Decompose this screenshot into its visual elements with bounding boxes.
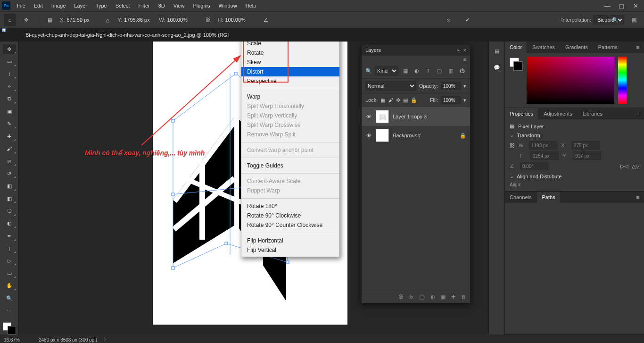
reference-point-icon[interactable]: ▦ bbox=[44, 14, 56, 26]
cancel-transform-icon[interactable]: ⦸ bbox=[442, 14, 454, 26]
workspace-icon[interactable]: ▥ bbox=[628, 14, 640, 26]
menu-3d[interactable]: 3D bbox=[155, 1, 169, 10]
crop-tool[interactable]: ⧉ bbox=[3, 94, 16, 104]
dodge-tool[interactable]: ◐ bbox=[3, 219, 16, 228]
lock-paint-icon[interactable]: 🖌 bbox=[388, 97, 393, 103]
filter-pixel-icon[interactable]: ▦ bbox=[401, 67, 410, 75]
menu-edit[interactable]: Edit bbox=[30, 1, 47, 10]
history-brush-tool[interactable]: ↺ bbox=[3, 169, 16, 178]
lasso-tool[interactable]: ⌇ bbox=[3, 69, 16, 79]
transform-handle[interactable] bbox=[234, 72, 238, 75]
visibility-icon[interactable]: 👁 bbox=[365, 114, 372, 119]
ctx-perspective[interactable]: Perspective bbox=[241, 76, 339, 86]
flip-h-icon[interactable]: ▷◁ bbox=[620, 163, 628, 169]
prop-angle[interactable]: 0.00° bbox=[520, 162, 548, 170]
lock-trans-icon[interactable]: ▦ bbox=[380, 97, 385, 103]
window-min-button[interactable]: — bbox=[601, 2, 614, 9]
ctx-warp[interactable]: Warp bbox=[241, 92, 339, 101]
search-icon[interactable]: 🔍 bbox=[609, 14, 621, 26]
window-close-button[interactable]: ✕ bbox=[629, 2, 642, 9]
lock-all-icon[interactable]: 🔒 bbox=[411, 97, 417, 103]
drag-handle-icon[interactable]: ›› bbox=[2, 29, 6, 32]
layer-name[interactable]: Background bbox=[393, 133, 421, 138]
ctx-flip-h[interactable]: Flip Horizontal bbox=[241, 236, 339, 245]
tab-paths[interactable]: Paths bbox=[537, 192, 560, 203]
blend-mode-select[interactable]: Normal bbox=[365, 81, 416, 91]
menu-select[interactable]: Select bbox=[112, 1, 134, 10]
close-panel-icon[interactable]: × bbox=[463, 47, 466, 53]
fg-bg-swatch[interactable] bbox=[3, 322, 16, 335]
tab-properties[interactable]: Properties bbox=[505, 108, 538, 119]
home-icon[interactable]: ⌂ bbox=[4, 14, 16, 26]
eyedropper-tool[interactable]: ✎ bbox=[3, 119, 16, 128]
menu-window[interactable]: Window bbox=[215, 1, 241, 10]
blur-tool[interactable]: ❍ bbox=[3, 206, 16, 216]
tab-gradients[interactable]: Gradients bbox=[561, 42, 593, 53]
filter-type-icon[interactable]: T bbox=[424, 67, 432, 75]
angle-icon[interactable]: ∠ bbox=[260, 14, 272, 26]
pen-tool[interactable]: ✒ bbox=[3, 231, 16, 241]
ctx-flip-v[interactable]: Flip Vertical bbox=[241, 245, 339, 255]
brush-tool[interactable]: 🖌 bbox=[3, 144, 16, 153]
prop-h[interactable]: 1254 px bbox=[530, 151, 559, 160]
layer-filter-select[interactable]: Kind bbox=[375, 66, 398, 75]
delete-layer-icon[interactable]: 🗑 bbox=[461, 294, 466, 300]
ctx-rotate-180[interactable]: Rotate 180° bbox=[241, 201, 339, 211]
menu-view[interactable]: View bbox=[170, 1, 189, 10]
link-layers-icon[interactable]: ⛓ bbox=[398, 294, 404, 300]
align-section[interactable]: Align and Distribute bbox=[510, 173, 639, 179]
filter-search-icon[interactable]: 🔍 bbox=[365, 68, 372, 74]
filter-smart-icon[interactable]: ▥ bbox=[446, 67, 455, 75]
layer-row[interactable]: 👁 Background 🔒 bbox=[362, 126, 470, 145]
mask-icon[interactable]: ◯ bbox=[419, 294, 425, 300]
dock-icon[interactable]: 💬 bbox=[494, 65, 500, 71]
zoom-level[interactable]: 16.67% bbox=[4, 337, 32, 343]
frame-tool[interactable]: ▣ bbox=[3, 107, 16, 116]
panel-menu-icon[interactable]: ≡ bbox=[362, 56, 470, 63]
document-tab[interactable]: Bi-quyet-chup-anh-dep-tai-gia-Nghi-dich-… bbox=[21, 28, 233, 42]
transform-handle[interactable] bbox=[172, 267, 175, 270]
transform-tool-icon[interactable]: ✥ bbox=[20, 14, 32, 26]
group-icon[interactable]: ▣ bbox=[441, 294, 446, 300]
hand-tool[interactable]: ✋ bbox=[3, 281, 16, 291]
path-select-tool[interactable]: ▷ bbox=[3, 256, 16, 266]
layer-row[interactable]: 👁 ▦ Layer 1 copy 3 bbox=[362, 107, 470, 126]
transform-handle[interactable] bbox=[286, 261, 289, 264]
tab-color[interactable]: Color bbox=[505, 42, 527, 53]
tab-swatches[interactable]: Swatches bbox=[528, 42, 560, 53]
tab-channels[interactable]: Channels bbox=[505, 192, 536, 203]
prop-x[interactable]: 275 px bbox=[571, 141, 600, 150]
status-menu-icon[interactable]: 〉 bbox=[104, 336, 108, 343]
menu-layer[interactable]: Layer bbox=[70, 1, 91, 10]
stamp-tool[interactable]: ⎚ bbox=[3, 157, 16, 166]
transform-handle[interactable] bbox=[225, 242, 228, 245]
fill-dropdown-icon[interactable]: ▾ bbox=[463, 97, 466, 103]
color-spectrum[interactable] bbox=[527, 57, 614, 104]
h-input[interactable] bbox=[225, 17, 256, 23]
link-wh-icon[interactable]: ⛓ bbox=[202, 14, 214, 26]
layer-name[interactable]: Layer 1 copy 3 bbox=[393, 114, 427, 119]
hue-slider[interactable] bbox=[618, 57, 627, 104]
y-input[interactable] bbox=[124, 17, 155, 23]
color-fgbg[interactable] bbox=[510, 58, 523, 71]
visibility-icon[interactable]: 👁 bbox=[365, 133, 372, 138]
opacity-dropdown-icon[interactable]: ▾ bbox=[463, 83, 466, 89]
type-tool[interactable]: T bbox=[3, 244, 16, 253]
opacity-input[interactable] bbox=[441, 82, 461, 90]
canvas-area[interactable]: Mình có thể xoay, nghiêng,... tùy mình c… bbox=[19, 42, 488, 335]
marquee-tool[interactable]: ▭ bbox=[3, 57, 16, 66]
filter-adjust-icon[interactable]: ◐ bbox=[413, 67, 421, 75]
prop-w[interactable]: 1193 px bbox=[529, 141, 557, 150]
wand-tool[interactable]: ✧ bbox=[3, 82, 16, 91]
menu-filter[interactable]: Filter bbox=[134, 1, 153, 10]
dock-icon[interactable]: ▤ bbox=[495, 48, 499, 54]
menu-type[interactable]: Type bbox=[92, 1, 111, 10]
tab-adjustments[interactable]: Adjustments bbox=[539, 108, 577, 119]
menu-image[interactable]: Image bbox=[48, 1, 70, 10]
heal-tool[interactable]: ✚ bbox=[3, 132, 16, 141]
menu-file[interactable]: File bbox=[13, 1, 29, 10]
lock-nest-icon[interactable]: ▤ bbox=[403, 97, 408, 103]
filter-toggle-icon[interactable]: ⏻ bbox=[458, 67, 466, 75]
tab-libraries[interactable]: Libraries bbox=[578, 108, 607, 119]
menu-plugins[interactable]: Plugins bbox=[189, 1, 214, 10]
